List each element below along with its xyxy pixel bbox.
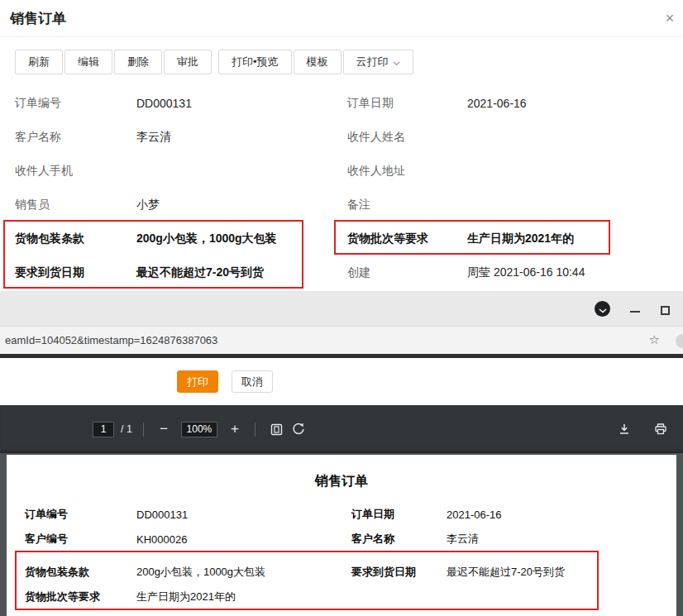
page-number-input[interactable]: 1 <box>93 422 114 437</box>
field-label: 创建 <box>347 265 467 280</box>
form-row: 客户名称 李云清 收件人姓名 <box>0 120 683 154</box>
pdf-document-title: 销售订单 <box>7 455 676 490</box>
field-value: DD000131 <box>136 509 351 521</box>
field-label: 销售员 <box>0 198 136 212</box>
pdf-toolbar-right <box>614 418 671 440</box>
field-value: 李云清 <box>136 130 347 145</box>
field-label: 货物批次等要求 <box>7 590 136 604</box>
pdf-row: 客户编号 KH000026 客户名称 李云清 <box>7 527 676 552</box>
pdf-row: 订单编号 DD000131 订单日期 2021-06-16 <box>7 502 676 527</box>
template-button[interactable]: 模板 <box>294 50 342 74</box>
avatar <box>676 334 683 348</box>
cloud-print-label: 云打印 <box>356 55 389 69</box>
field-label: 客户名称 <box>351 532 447 547</box>
page-title: 销售订单 <box>10 9 66 28</box>
url-text: eamId=104052&timestamp=1624876387063 <box>5 334 217 346</box>
order-form: 订单编号 DD000131 订单日期 2021-06-16 客户名称 李云清 收… <box>0 86 683 289</box>
field-label: 订单日期 <box>351 507 447 522</box>
print-action-bar: 打印 取消 <box>0 358 683 405</box>
form-row: 订单编号 DD000131 订单日期 2021-06-16 <box>0 86 683 120</box>
screen: 销售订单 × 刷新 编辑 删除 审批 打印•预览 模板 云打印 订单编号 DD0… <box>0 0 683 616</box>
field-label: 客户编号 <box>7 532 136 547</box>
field-label: 货物包装条款 <box>7 565 136 580</box>
field-value: 2021-06-16 <box>447 509 676 521</box>
approve-button[interactable]: 审批 <box>164 50 212 74</box>
zoom-out-button[interactable]: − <box>155 421 173 437</box>
chevron-down-icon <box>599 302 607 317</box>
field-label: 客户名称 <box>0 130 136 145</box>
rotate-button[interactable] <box>288 418 309 440</box>
field-value: 小梦 <box>136 198 347 212</box>
field-value: 生产日期为2021年的 <box>136 590 351 604</box>
field-value: 2021-06-16 <box>467 97 683 110</box>
toolbar: 刷新 编辑 删除 审批 打印•预览 模板 云打印 <box>0 37 683 86</box>
field-label: 货物批次等要求 <box>347 232 467 246</box>
bookmark-star-icon[interactable]: ☆ <box>649 332 660 347</box>
divider <box>143 423 144 437</box>
field-value: 周莹 2021-06-16 10:44 <box>467 265 683 280</box>
field-value: DD000131 <box>136 97 347 110</box>
field-value: 最迟不能超过7-20号到货 <box>447 565 676 580</box>
cancel-button[interactable]: 取消 <box>232 370 273 393</box>
field-value: 200g小包装，1000g大包装 <box>136 232 347 246</box>
print-preview-button[interactable]: 打印•预览 <box>218 50 292 74</box>
field-label: 收件人姓名 <box>347 130 467 145</box>
field-value: 李云清 <box>447 532 676 547</box>
field-label: 要求到货日期 <box>351 565 447 580</box>
page-total-label: / 1 <box>121 423 132 435</box>
pdf-page: 销售订单 订单编号 DD000131 订单日期 2021-06-16 客户编号 … <box>7 455 676 616</box>
delete-button[interactable]: 删除 <box>114 50 162 74</box>
pdf-row: 货物包装条款 200g小包装，1000g大包装 要求到货日期 最迟不能超过7-2… <box>7 560 676 585</box>
field-label: 订单编号 <box>7 507 136 522</box>
pdf-content-area[interactable]: 销售订单 订单编号 DD000131 订单日期 2021-06-16 客户编号 … <box>0 453 683 616</box>
zoom-level: 100% <box>181 422 217 437</box>
close-icon[interactable]: × <box>663 10 676 27</box>
field-label: 收件人地址 <box>347 164 467 179</box>
field-label: 备注 <box>347 198 467 212</box>
detail-header: 销售订单 × <box>0 0 683 37</box>
edit-button[interactable]: 编辑 <box>64 50 112 74</box>
minimize-icon[interactable] <box>630 311 640 313</box>
chevron-down-icon <box>393 56 400 69</box>
pdf-row: 货物批次等要求 生产日期为2021年的 <box>7 585 676 609</box>
scroll-down-button[interactable] <box>595 301 610 317</box>
field-value: 最迟不能超过7-20号到货 <box>136 265 347 280</box>
field-label: 订单编号 <box>0 96 136 111</box>
print-button[interactable]: 打印 <box>177 370 218 393</box>
field-value: 生产日期为2021年的 <box>467 232 683 246</box>
divider <box>255 423 256 437</box>
field-value: 200g小包装，1000g大包装 <box>136 565 351 580</box>
form-row: 要求到货日期 最迟不能超过7-20号到货 创建 周莹 2021-06-16 10… <box>0 255 683 289</box>
pdf-page-zoom-controls: 1 / 1 − 100% + <box>93 418 309 440</box>
pdf-toolbar: 1 / 1 − 100% + <box>0 405 683 453</box>
cloud-print-dropdown[interactable]: 云打印 <box>343 50 413 74</box>
field-label: 要求到货日期 <box>0 265 136 280</box>
field-value: KH000026 <box>136 533 351 546</box>
field-label: 订单日期 <box>347 96 467 111</box>
address-bar[interactable]: eamId=104052&timestamp=1624876387063 ☆ <box>0 326 683 354</box>
form-row: 销售员 小梦 备注 <box>0 188 683 222</box>
fit-page-button[interactable] <box>266 418 288 440</box>
sales-order-detail-panel: 销售订单 × 刷新 编辑 删除 审批 打印•预览 模板 云打印 订单编号 DD0… <box>0 0 683 291</box>
browser-titlebar <box>0 291 683 326</box>
maximize-icon[interactable] <box>661 306 670 315</box>
field-label: 收件人手机 <box>0 164 136 179</box>
download-icon[interactable] <box>614 418 635 440</box>
refresh-button[interactable]: 刷新 <box>15 50 63 74</box>
form-row: 货物包装条款 200g小包装，1000g大包装 货物批次等要求 生产日期为202… <box>0 222 683 255</box>
pdf-document-fields: 订单编号 DD000131 订单日期 2021-06-16 客户编号 KH000… <box>7 502 676 609</box>
field-label: 货物包装条款 <box>0 232 136 246</box>
form-row: 收件人手机 收件人地址 <box>0 154 683 188</box>
zoom-in-button[interactable]: + <box>226 421 244 437</box>
printer-icon[interactable] <box>650 418 671 440</box>
